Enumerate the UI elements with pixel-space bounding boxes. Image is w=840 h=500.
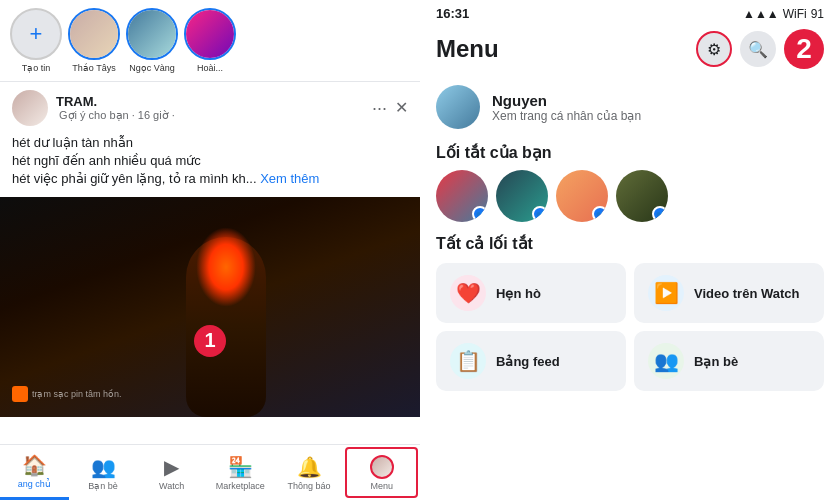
svg-text:👥: 👥 [656, 210, 664, 218]
profile-avatar [436, 85, 480, 129]
story-label-3: Hoài... [197, 63, 223, 73]
search-icon: 🔍 [748, 40, 768, 59]
feature-ban-be[interactable]: 👥 Bạn bè [634, 331, 824, 391]
story-circle-2 [126, 8, 178, 60]
post-image: trạm sạc pin tâm hồn. 1 [0, 197, 420, 417]
shortcut-badge-1: 👥 [472, 206, 488, 222]
feature-ban-be-label: Bạn bè [694, 354, 738, 369]
story-circle-3 [184, 8, 236, 60]
shortcut-4[interactable]: 👥 [616, 170, 668, 222]
nav-friends-label: Bạn bè [88, 481, 118, 491]
menu-header: Menu ⚙ 🔍 2 [420, 25, 840, 77]
create-story-circle: + [10, 8, 62, 60]
fire-figure [146, 207, 306, 417]
marketplace-icon: 🏪 [228, 455, 253, 479]
home-icon: 🏠 [22, 453, 47, 477]
story-create-label: Tạo tin [22, 63, 51, 73]
right-panel: 16:31 ▲▲▲ WiFi 91 Menu ⚙ 🔍 2 Nguyen Xem … [420, 0, 840, 500]
fire-glow [196, 227, 256, 307]
post-meta: TRAM. Gợi ý cho bạn · 16 giờ · [56, 94, 364, 122]
shortcuts-row: 👥 👥 👥 👥 [420, 166, 840, 230]
menu-title: Menu [436, 35, 499, 63]
story-img-1 [70, 10, 118, 58]
story-3[interactable]: Hoài... [184, 8, 236, 73]
post-line-2: hét nghĩ đến anh nhiều quá mức [12, 153, 201, 168]
shortcut-circle-2: 👥 [496, 170, 548, 222]
status-icons: ▲▲▲ WiFi 91 [743, 7, 824, 21]
feature-bang-feed-label: Bảng feed [496, 354, 560, 369]
story-create[interactable]: + Tạo tin [10, 8, 62, 73]
nav-notifications[interactable]: 🔔 Thông báo [275, 445, 344, 500]
shortcuts-section-title: Lối tắt của bạn [420, 137, 840, 166]
profile-info: Nguyen Xem trang cá nhân của bạn [492, 92, 824, 123]
branding-icon [12, 386, 28, 402]
gear-button[interactable]: ⚙ [696, 31, 732, 67]
nav-menu-label: Menu [370, 481, 393, 491]
story-2[interactable]: Ngọc Vàng [126, 8, 178, 73]
shortcut-1[interactable]: 👥 [436, 170, 488, 222]
nav-menu-avatar [370, 455, 394, 479]
story-1[interactable]: Thảo Tâys [68, 8, 120, 73]
hen-ho-icon: ❤️ [450, 275, 486, 311]
notifications-icon: 🔔 [297, 455, 322, 479]
shortcut-circle-1: 👥 [436, 170, 488, 222]
search-button[interactable]: 🔍 [740, 31, 776, 67]
post-time: Gợi ý cho bạn · 16 giờ · [56, 109, 364, 122]
ban-be-icon: 👥 [648, 343, 684, 379]
svg-text:👥: 👥 [476, 210, 484, 218]
post-more-button[interactable]: ··· [372, 98, 387, 119]
feature-watch-label: Video trên Watch [694, 286, 799, 301]
profile-row[interactable]: Nguyen Xem trang cá nhân của bạn [420, 77, 840, 137]
feature-watch[interactable]: ▶️ Video trên Watch [634, 263, 824, 323]
story-circle-1 [68, 8, 120, 60]
feature-hen-ho[interactable]: ❤️ Hẹn hò [436, 263, 626, 323]
left-panel: + Tạo tin Thảo Tâys Ngọc Vàng Hoài... [0, 0, 420, 500]
nav-friends[interactable]: 👥 Bạn bè [69, 445, 138, 500]
bang-feed-icon: 📋 [450, 343, 486, 379]
watch-icon: ▶ [164, 455, 179, 479]
svg-text:👥: 👥 [536, 210, 544, 218]
see-more-link[interactable]: Xem thêm [260, 171, 319, 186]
post-header: TRAM. Gợi ý cho bạn · 16 giờ · ··· ✕ [0, 82, 420, 134]
post-line-3: hét việc phải giữ yên lặng, tỏ ra mình k… [12, 171, 257, 186]
stories-bar: + Tạo tin Thảo Tâys Ngọc Vàng Hoài... [0, 0, 420, 82]
wifi-icon: WiFi [783, 7, 807, 21]
story-img-2 [128, 10, 176, 58]
shortcut-3[interactable]: 👥 [556, 170, 608, 222]
post-area: TRAM. Gợi ý cho bạn · 16 giờ · ··· ✕ hét… [0, 82, 420, 444]
post-author-avatar [12, 90, 48, 126]
shortcut-badge-4: 👥 [652, 206, 668, 222]
friends-icon: 👥 [91, 455, 116, 479]
branding-text: trạm sạc pin tâm hồn. [12, 386, 122, 402]
nav-marketplace[interactable]: 🏪 Marketplace [206, 445, 275, 500]
badge-number-1: 1 [194, 325, 226, 357]
post-close-button[interactable]: ✕ [395, 98, 408, 119]
signal-icon: ▲▲▲ [743, 7, 779, 21]
post-line-1: hét dư luận tàn nhẫn [12, 135, 133, 150]
all-shortcuts-title: Tất cả lối tắt [420, 230, 840, 257]
badge-number-2: 2 [784, 29, 824, 69]
post-image-bg: trạm sạc pin tâm hồn. 1 [0, 197, 420, 417]
shortcut-2[interactable]: 👥 [496, 170, 548, 222]
shortcut-circle-3: 👥 [556, 170, 608, 222]
feature-grid: ❤️ Hẹn hò ▶️ Video trên Watch 📋 Bảng fee… [420, 257, 840, 397]
feature-bang-feed[interactable]: 📋 Bảng feed [436, 331, 626, 391]
status-time: 16:31 [436, 6, 469, 21]
nav-marketplace-label: Marketplace [216, 481, 265, 491]
profile-name: Nguyen [492, 92, 824, 109]
nav-watch[interactable]: ▶ Watch [137, 445, 206, 500]
nav-menu[interactable]: Menu [345, 447, 418, 498]
nav-home-label: ang chủ [18, 479, 51, 489]
story-label-2: Ngọc Vàng [129, 63, 175, 73]
branding-label: trạm sạc pin tâm hồn. [32, 389, 122, 399]
svg-text:👥: 👥 [596, 210, 604, 218]
profile-subtitle: Xem trang cá nhân của bạn [492, 109, 824, 123]
shortcut-badge-3: 👥 [592, 206, 608, 222]
status-bar: 16:31 ▲▲▲ WiFi 91 [420, 0, 840, 25]
feature-hen-ho-label: Hẹn hò [496, 286, 541, 301]
story-img-3 [186, 10, 234, 58]
post-text: hét dư luận tàn nhẫn hét nghĩ đến anh nh… [0, 134, 420, 197]
post-author-name: TRAM. [56, 94, 364, 109]
battery-indicator: 91 [811, 7, 824, 21]
nav-home[interactable]: 🏠 ang chủ [0, 445, 69, 500]
